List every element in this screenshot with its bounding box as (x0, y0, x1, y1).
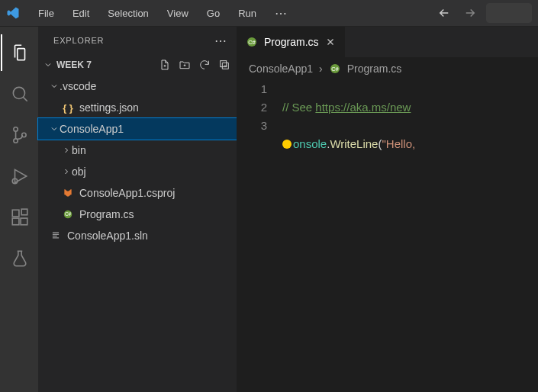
line-number: 2 (237, 98, 267, 117)
json-file-icon: { } (61, 102, 75, 114)
svg-rect-5 (12, 210, 19, 217)
file-label: ConsoleApp1.sln (67, 230, 148, 242)
chevron-right-icon (61, 146, 72, 155)
svg-point-0 (13, 87, 24, 98)
breadcrumb-folder[interactable]: ConsoleApp1 (249, 63, 313, 75)
svg-text:C#: C# (331, 66, 339, 72)
command-center-search[interactable] (486, 3, 532, 23)
workspace-toolbar (159, 59, 230, 71)
breadcrumb[interactable]: ConsoleApp1 › C# Program.cs (237, 57, 538, 80)
tree-folder-consoleapp1[interactable]: ConsoleApp1 (38, 118, 237, 140)
sln-file-icon (49, 230, 63, 241)
folder-label: bin (72, 144, 86, 156)
menu-go[interactable]: Go (199, 5, 227, 22)
code-string: "Hello, (382, 137, 415, 150)
nav-area (434, 3, 532, 23)
activity-extensions-icon[interactable] (1, 199, 37, 236)
tree-file-settings-json[interactable]: { } settings.json (38, 97, 237, 118)
new-folder-icon[interactable] (179, 59, 191, 71)
menu-more-icon[interactable]: ⋯ (267, 6, 295, 21)
activity-run-debug-icon[interactable] (1, 158, 37, 194)
main-layout: EXPLORER ⋯ WEEK 7 .vscode { } settings.j (0, 27, 538, 392)
tab-label: Program.cs (264, 36, 319, 48)
vscode-logo-icon (6, 6, 20, 20)
nav-back-icon[interactable] (434, 5, 454, 21)
activity-explorer-icon[interactable] (1, 34, 37, 71)
line-gutter: 1 2 3 (237, 80, 282, 392)
tree-folder-bin[interactable]: bin (38, 140, 237, 161)
tree-file-program-cs[interactable]: C# Program.cs (38, 204, 237, 225)
svg-point-1 (14, 127, 18, 131)
chevron-down-icon (49, 124, 60, 133)
tab-program-cs[interactable]: C# Program.cs (237, 27, 346, 57)
refresh-icon[interactable] (198, 59, 211, 71)
svg-rect-8 (21, 209, 27, 215)
menubar: File Edit Selection View Go Run ⋯ (0, 0, 538, 27)
nav-forward-icon[interactable] (460, 5, 480, 21)
chevron-down-icon (49, 82, 60, 91)
sidebar-more-icon[interactable]: ⋯ (214, 34, 227, 48)
csharp-file-icon: C# (246, 36, 258, 48)
tree-file-sln[interactable]: ConsoleApp1.sln (38, 225, 237, 246)
svg-point-2 (14, 139, 18, 143)
chevron-down-icon (43, 60, 53, 69)
folder-label: ConsoleApp1 (60, 123, 124, 135)
csharp-file-icon: C# (329, 63, 341, 75)
folder-label: .vscode (60, 80, 96, 92)
sidebar: EXPLORER ⋯ WEEK 7 .vscode { } settings.j (38, 27, 237, 392)
breadcrumb-separator-icon: › (319, 63, 323, 75)
workspace-name: WEEK 7 (56, 59, 159, 70)
collapse-all-icon[interactable] (218, 59, 230, 71)
editor-tabs: C# Program.cs (237, 27, 538, 57)
lightbulb-icon[interactable] (282, 140, 292, 149)
editor-area: C# Program.cs ConsoleApp1 › C# Program.c… (237, 27, 538, 392)
sidebar-header: EXPLORER ⋯ (38, 27, 237, 54)
file-tree: .vscode { } settings.json ConsoleApp1 bi… (38, 76, 237, 246)
file-label: settings.json (79, 101, 139, 114)
menu-view[interactable]: View (159, 5, 196, 22)
activity-search-icon[interactable] (1, 76, 37, 112)
menu-run[interactable]: Run (230, 5, 264, 22)
file-label: ConsoleApp1.csproj (79, 187, 175, 199)
menu-file[interactable]: File (31, 5, 62, 22)
code-editor[interactable]: 1 2 3 // See https://aka.ms/new onsole.W… (237, 80, 538, 392)
xml-file-icon (61, 188, 75, 198)
activity-bar (0, 27, 38, 392)
file-label: Program.cs (79, 208, 134, 220)
close-tab-icon[interactable] (325, 37, 336, 47)
code-link[interactable]: https://aka.ms/new (315, 101, 411, 114)
breadcrumb-file[interactable]: Program.cs (347, 63, 402, 75)
line-number: 3 (237, 117, 267, 135)
folder-label: obj (72, 165, 86, 178)
workspace-header[interactable]: WEEK 7 (38, 54, 237, 76)
new-file-icon[interactable] (159, 59, 171, 71)
code-lines[interactable]: // See https://aka.ms/new onsole.WriteLi… (282, 80, 538, 392)
sidebar-title: EXPLORER (53, 36, 104, 45)
svg-text:C#: C# (65, 211, 72, 217)
line-number: 1 (237, 80, 267, 98)
menu-edit[interactable]: Edit (65, 5, 97, 22)
code-comment: // See (282, 101, 315, 114)
csharp-file-icon: C# (61, 209, 75, 220)
svg-text:C#: C# (248, 39, 256, 46)
activity-source-control-icon[interactable] (1, 117, 37, 153)
svg-rect-7 (21, 218, 27, 225)
code-method: WriteLine (330, 137, 378, 150)
tree-file-csproj[interactable]: ConsoleApp1.csproj (38, 182, 237, 204)
chevron-right-icon (61, 167, 72, 176)
activity-testing-icon[interactable] (1, 240, 37, 277)
tree-folder-vscode[interactable]: .vscode (38, 76, 237, 97)
menu-selection[interactable]: Selection (100, 5, 156, 22)
code-type: onsole (293, 137, 327, 150)
svg-rect-6 (12, 218, 19, 225)
tree-folder-obj[interactable]: obj (38, 161, 237, 182)
